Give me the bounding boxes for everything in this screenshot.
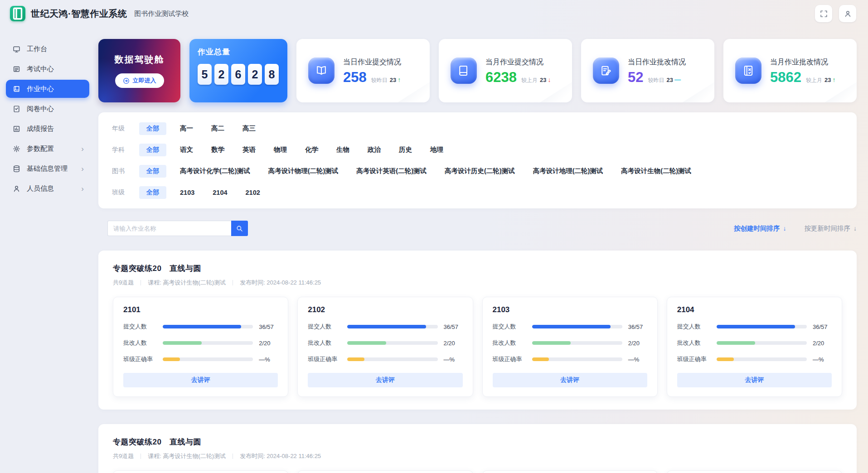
fullscreen-button[interactable] [815,5,832,22]
filter-option-selected[interactable]: 全部 [139,144,166,156]
metric-value: —% [813,356,832,363]
meta-divider [141,454,141,459]
data-cockpit-card: 数据驾驶舱 立即进入 [98,39,180,102]
filter-option[interactable]: 语文 [180,145,193,154]
filter-option[interactable]: 历史 [399,145,412,154]
enter-now-button[interactable]: 立即进入 [115,73,164,88]
progress-fill [717,341,756,345]
metric-row: 班级正确率—% [123,355,278,363]
review-button[interactable]: 去讲评 [677,373,832,387]
filter-option[interactable]: 物理 [274,145,287,154]
filter-option[interactable]: 高考设计历史(二轮)测试 [445,167,515,175]
stat-card: 当月作业提交情况6238较上月23↓ [439,39,572,102]
filter-option[interactable]: 2103 [180,189,194,196]
search-button[interactable] [231,221,248,236]
filter-option[interactable]: 高考设计物理(二轮)测试 [268,167,339,175]
filter-option-selected[interactable]: 全部 [139,122,166,135]
review-button[interactable]: 去讲评 [123,373,278,387]
class-card: 2101提交人数36/57批改人数2/20班级正确率—%去讲评 [113,470,288,473]
sidebar-item-label: 成绩报告 [27,125,54,133]
sort-by-create-time[interactable]: 按创建时间排序 ↓ [734,224,786,233]
filter-option[interactable]: 高考设计化学(二轮)测试 [180,167,250,175]
progress-bar [163,325,253,328]
sidebar-item-marking-center[interactable]: 阅卷中心 [6,100,89,118]
homework-meta-item: 发布时间: 2024-08-22 11:46:25 [240,279,321,287]
progress-fill [163,325,241,328]
stat-card-body: 当月作业批改情况5862较上月23↑ [770,58,835,84]
top-header: 世纪天鸿·智慧作业系统 图书作业测试学校 [0,0,868,27]
filter-option[interactable]: 高二 [211,124,224,133]
filter-option[interactable]: 高考设计英语(二轮)测试 [356,167,427,175]
filter-option[interactable]: 化学 [305,145,318,154]
chevron-right-icon: › [81,145,84,153]
sidebar-item-exam-center[interactable]: 考试中心 [6,60,89,78]
homework-meta-item: 共9道题 [113,279,134,287]
metric-value: 36/57 [813,323,832,330]
stat-card-value: 6238 [485,70,517,84]
sort-by-update-time[interactable]: 按更新时间排序 ↓ [805,224,857,233]
metric-label: 批改人数 [308,339,341,347]
stat-value-row: 6238较上月23↓ [485,70,551,84]
filter-option[interactable]: 地理 [430,145,443,154]
filter-option[interactable]: 高三 [242,124,256,133]
metric-label: 批改人数 [677,339,711,347]
workbench-icon [13,45,20,53]
filter-option[interactable]: 英语 [242,145,256,154]
filter-option[interactable]: 高考设计生物(二轮)测试 [621,167,691,175]
class-name: 2101 [123,305,278,314]
sidebar-item-basic-info-mgmt[interactable]: 基础信息管理› [6,159,89,178]
progress-bar [347,357,437,361]
metric-label: 班级正确率 [123,355,157,363]
stat-card-title: 当月作业批改情况 [770,58,835,67]
sidebar-item-personnel-info[interactable]: 人员信息› [6,179,89,198]
stat-value-row: 258较昨日23↑ [343,70,401,84]
metric-label: 班级正确率 [493,355,526,363]
filter-row: 图书全部高考设计化学(二轮)测试高考设计物理(二轮)测试高考设计英语(二轮)测试… [112,160,843,182]
metric-label: 提交人数 [677,323,711,331]
sidebar-item-homework-center[interactable]: 作业中心 [6,80,89,98]
filter-option-selected[interactable]: 全部 [139,186,166,199]
settings-icon [13,145,20,153]
total-digit: 5 [198,64,212,85]
brand: 世纪天鸿·智慧作业系统 图书作业测试学校 [10,6,189,21]
filter-option[interactable]: 高一 [180,124,193,133]
homework-total-title: 作业总量 [198,47,279,57]
filter-option[interactable]: 生物 [336,145,349,154]
homework-icon [13,85,20,93]
homework-total-digits: 52628 [198,64,279,85]
user-button[interactable] [839,5,856,22]
metric-label: 班级正确率 [677,355,711,363]
filter-option[interactable]: 2102 [246,189,260,196]
review-button[interactable]: 去讲评 [308,373,462,387]
review-button[interactable]: 去讲评 [493,373,647,387]
search-input[interactable] [107,221,231,236]
metric-row: 班级正确率—% [677,355,832,363]
sidebar-item-label: 参数配置 [27,145,54,153]
class-card: 2102提交人数36/57批改人数2/20班级正确率—%去讲评 [297,470,473,473]
sidebar-item-label: 基础信息管理 [27,164,68,173]
metric-value: 2/20 [628,340,647,347]
filter-option-selected[interactable]: 全部 [139,165,166,178]
progress-fill [347,341,386,345]
sidebar-item-param-config[interactable]: 参数配置› [6,140,89,158]
metric-value: 36/57 [628,323,647,330]
class-cards-row: 2101提交人数36/57批改人数2/20班级正确率—%去讲评2102提交人数3… [113,470,842,473]
filter-option[interactable]: 政治 [368,145,381,154]
filter-option[interactable]: 数学 [211,145,224,154]
progress-fill [532,357,549,361]
filter-option[interactable]: 2104 [213,189,227,196]
homework-meta-item: 课程: 高考设计生物(二轮)测试 [148,452,226,460]
metric-value: 2/20 [444,340,463,347]
class-card: 2102提交人数36/57批改人数2/20班级正确率—%去讲评 [297,297,473,397]
progress-bar [163,341,253,345]
sidebar-item-score-report[interactable]: 成绩报告 [6,120,89,138]
app-title: 世纪天鸿·智慧作业系统 [31,8,127,20]
compare-label: 较上月 [806,77,822,84]
metric-row: 提交人数36/57 [493,323,647,331]
class-card: 2101提交人数36/57批改人数2/20班级正确率—%去讲评 [113,297,288,397]
progress-bar [532,341,622,345]
filter-option[interactable]: 高考设计地理(二轮)测试 [533,167,603,175]
total-digit: 8 [265,64,279,85]
sidebar-item-workbench[interactable]: 工作台 [6,40,89,58]
meta-divider [141,280,141,285]
